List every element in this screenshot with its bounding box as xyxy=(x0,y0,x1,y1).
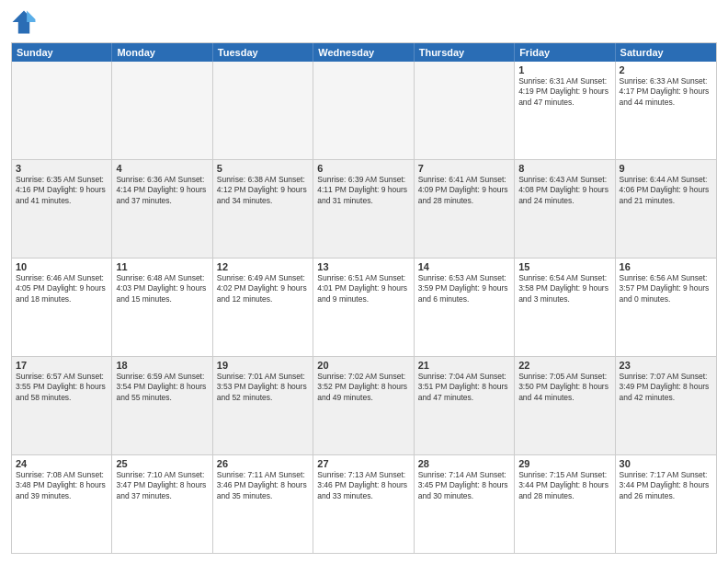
day-number: 10 xyxy=(16,261,108,272)
cell-info: Sunrise: 7:04 AM Sunset: 3:51 PM Dayligh… xyxy=(418,372,510,403)
day-number: 11 xyxy=(116,261,208,272)
day-number: 3 xyxy=(16,163,108,174)
calendar-cell-27: 27Sunrise: 7:13 AM Sunset: 3:46 PM Dayli… xyxy=(313,455,414,553)
calendar-cell-20: 20Sunrise: 7:02 AM Sunset: 3:52 PM Dayli… xyxy=(313,357,414,454)
cell-info: Sunrise: 7:15 AM Sunset: 3:44 PM Dayligh… xyxy=(518,470,610,501)
day-number: 7 xyxy=(418,163,510,174)
calendar-cell-10: 10Sunrise: 6:46 AM Sunset: 4:05 PM Dayli… xyxy=(12,259,112,356)
cell-info: Sunrise: 6:53 AM Sunset: 3:59 PM Dayligh… xyxy=(418,273,510,304)
calendar-cell-21: 21Sunrise: 7:04 AM Sunset: 3:51 PM Dayli… xyxy=(415,357,515,454)
calendar-cell-17: 17Sunrise: 6:57 AM Sunset: 3:55 PM Dayli… xyxy=(12,357,112,454)
cell-info: Sunrise: 7:07 AM Sunset: 3:49 PM Dayligh… xyxy=(620,372,712,403)
header-day-sunday: Sunday xyxy=(12,43,112,62)
cell-info: Sunrise: 6:31 AM Sunset: 4:19 PM Dayligh… xyxy=(518,76,610,108)
calendar-week-5: 24Sunrise: 7:08 AM Sunset: 3:48 PM Dayli… xyxy=(12,455,716,553)
calendar-cell-26: 26Sunrise: 7:11 AM Sunset: 3:46 PM Dayli… xyxy=(213,455,313,553)
header xyxy=(11,9,717,35)
cell-info: Sunrise: 6:39 AM Sunset: 4:11 PM Dayligh… xyxy=(317,175,409,206)
cell-info: Sunrise: 7:05 AM Sunset: 3:50 PM Dayligh… xyxy=(518,372,610,403)
header-day-wednesday: Wednesday xyxy=(313,43,414,62)
day-number: 12 xyxy=(217,261,309,272)
calendar-cell-8: 8Sunrise: 6:43 AM Sunset: 4:08 PM Daylig… xyxy=(515,160,615,258)
day-number: 15 xyxy=(518,261,610,272)
calendar-cell-empty-0-4 xyxy=(415,62,515,159)
calendar-cell-14: 14Sunrise: 6:53 AM Sunset: 3:59 PM Dayli… xyxy=(415,259,515,356)
calendar-cell-19: 19Sunrise: 7:01 AM Sunset: 3:53 PM Dayli… xyxy=(213,357,313,454)
calendar-cell-18: 18Sunrise: 6:59 AM Sunset: 3:54 PM Dayli… xyxy=(112,357,212,454)
cell-info: Sunrise: 6:56 AM Sunset: 3:57 PM Dayligh… xyxy=(620,273,712,304)
cell-info: Sunrise: 6:41 AM Sunset: 4:09 PM Dayligh… xyxy=(418,175,510,206)
calendar-cell-22: 22Sunrise: 7:05 AM Sunset: 3:50 PM Dayli… xyxy=(515,357,615,454)
cell-info: Sunrise: 7:10 AM Sunset: 3:47 PM Dayligh… xyxy=(116,470,208,501)
calendar-cell-24: 24Sunrise: 7:08 AM Sunset: 3:48 PM Dayli… xyxy=(12,455,112,553)
cell-info: Sunrise: 6:43 AM Sunset: 4:08 PM Dayligh… xyxy=(518,175,610,206)
header-day-monday: Monday xyxy=(112,43,212,62)
day-number: 21 xyxy=(418,360,510,371)
day-number: 28 xyxy=(418,458,510,469)
calendar-week-4: 17Sunrise: 6:57 AM Sunset: 3:55 PM Dayli… xyxy=(12,357,716,455)
svg-marker-1 xyxy=(27,11,35,22)
cell-info: Sunrise: 7:13 AM Sunset: 3:46 PM Dayligh… xyxy=(317,470,409,501)
cell-info: Sunrise: 6:59 AM Sunset: 3:54 PM Dayligh… xyxy=(116,372,208,403)
header-day-saturday: Saturday xyxy=(616,43,716,62)
cell-info: Sunrise: 7:08 AM Sunset: 3:48 PM Dayligh… xyxy=(16,470,108,501)
page: SundayMondayTuesdayWednesdayThursdayFrid… xyxy=(0,0,728,563)
calendar-week-2: 3Sunrise: 6:35 AM Sunset: 4:16 PM Daylig… xyxy=(12,160,716,259)
calendar-cell-6: 6Sunrise: 6:39 AM Sunset: 4:11 PM Daylig… xyxy=(313,160,414,258)
day-number: 16 xyxy=(620,261,712,272)
calendar-cell-empty-0-2 xyxy=(213,62,313,159)
calendar-cell-11: 11Sunrise: 6:48 AM Sunset: 4:03 PM Dayli… xyxy=(112,259,212,356)
day-number: 13 xyxy=(317,261,409,272)
cell-info: Sunrise: 6:51 AM Sunset: 4:01 PM Dayligh… xyxy=(317,273,409,304)
cell-info: Sunrise: 6:38 AM Sunset: 4:12 PM Dayligh… xyxy=(217,175,309,206)
calendar: SundayMondayTuesdayWednesdayThursdayFrid… xyxy=(11,42,717,554)
header-day-tuesday: Tuesday xyxy=(213,43,313,62)
day-number: 30 xyxy=(620,458,712,469)
calendar-cell-15: 15Sunrise: 6:54 AM Sunset: 3:58 PM Dayli… xyxy=(515,259,615,356)
day-number: 2 xyxy=(620,64,712,75)
cell-info: Sunrise: 6:57 AM Sunset: 3:55 PM Dayligh… xyxy=(16,372,108,403)
calendar-cell-16: 16Sunrise: 6:56 AM Sunset: 3:57 PM Dayli… xyxy=(616,259,716,356)
day-number: 18 xyxy=(116,360,208,371)
cell-info: Sunrise: 7:17 AM Sunset: 3:44 PM Dayligh… xyxy=(620,470,712,501)
day-number: 9 xyxy=(620,163,712,174)
day-number: 24 xyxy=(16,458,108,469)
cell-info: Sunrise: 6:36 AM Sunset: 4:14 PM Dayligh… xyxy=(116,175,208,206)
calendar-week-1: 1Sunrise: 6:31 AM Sunset: 4:19 PM Daylig… xyxy=(12,62,716,160)
cell-info: Sunrise: 6:46 AM Sunset: 4:05 PM Dayligh… xyxy=(16,273,108,304)
day-number: 4 xyxy=(116,163,208,174)
calendar-cell-30: 30Sunrise: 7:17 AM Sunset: 3:44 PM Dayli… xyxy=(616,455,716,553)
day-number: 14 xyxy=(418,261,510,272)
calendar-header: SundayMondayTuesdayWednesdayThursdayFrid… xyxy=(12,43,716,62)
calendar-cell-5: 5Sunrise: 6:38 AM Sunset: 4:12 PM Daylig… xyxy=(213,160,313,258)
calendar-cell-12: 12Sunrise: 6:49 AM Sunset: 4:02 PM Dayli… xyxy=(213,259,313,356)
calendar-cell-7: 7Sunrise: 6:41 AM Sunset: 4:09 PM Daylig… xyxy=(415,160,515,258)
cell-info: Sunrise: 7:14 AM Sunset: 3:45 PM Dayligh… xyxy=(418,470,510,501)
calendar-cell-9: 9Sunrise: 6:44 AM Sunset: 4:06 PM Daylig… xyxy=(616,160,716,258)
day-number: 6 xyxy=(317,163,409,174)
header-day-friday: Friday xyxy=(515,43,615,62)
cell-info: Sunrise: 7:02 AM Sunset: 3:52 PM Dayligh… xyxy=(317,372,409,403)
cell-info: Sunrise: 6:49 AM Sunset: 4:02 PM Dayligh… xyxy=(217,273,309,304)
logo-icon xyxy=(11,9,37,35)
day-number: 20 xyxy=(317,360,409,371)
calendar-body: 1Sunrise: 6:31 AM Sunset: 4:19 PM Daylig… xyxy=(12,62,716,553)
day-number: 25 xyxy=(116,458,208,469)
day-number: 26 xyxy=(217,458,309,469)
calendar-cell-25: 25Sunrise: 7:10 AM Sunset: 3:47 PM Dayli… xyxy=(112,455,212,553)
header-day-thursday: Thursday xyxy=(415,43,515,62)
calendar-cell-empty-0-3 xyxy=(313,62,414,159)
cell-info: Sunrise: 7:01 AM Sunset: 3:53 PM Dayligh… xyxy=(217,372,309,403)
calendar-cell-29: 29Sunrise: 7:15 AM Sunset: 3:44 PM Dayli… xyxy=(515,455,615,553)
calendar-cell-empty-0-1 xyxy=(112,62,212,159)
logo xyxy=(11,9,40,35)
calendar-cell-empty-0-0 xyxy=(12,62,112,159)
day-number: 27 xyxy=(317,458,409,469)
calendar-cell-3: 3Sunrise: 6:35 AM Sunset: 4:16 PM Daylig… xyxy=(12,160,112,258)
cell-info: Sunrise: 6:44 AM Sunset: 4:06 PM Dayligh… xyxy=(620,175,712,206)
day-number: 8 xyxy=(518,163,610,174)
cell-info: Sunrise: 6:48 AM Sunset: 4:03 PM Dayligh… xyxy=(116,273,208,304)
cell-info: Sunrise: 7:11 AM Sunset: 3:46 PM Dayligh… xyxy=(217,470,309,501)
day-number: 29 xyxy=(518,458,610,469)
calendar-cell-13: 13Sunrise: 6:51 AM Sunset: 4:01 PM Dayli… xyxy=(313,259,414,356)
